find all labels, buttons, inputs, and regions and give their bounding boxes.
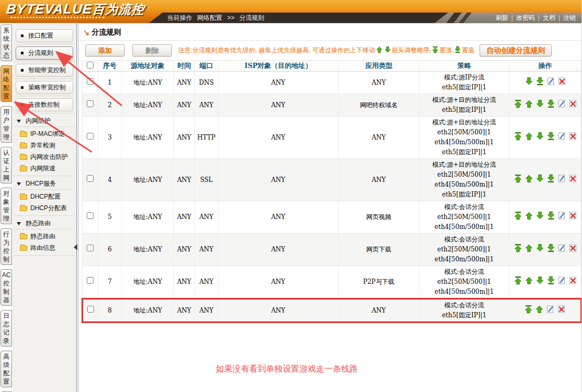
move-down-icon[interactable] (536, 211, 544, 223)
delete-icon[interactable] (568, 276, 577, 288)
move-to-top-icon[interactable] (514, 174, 522, 186)
header-link[interactable]: 刷新 (496, 14, 508, 21)
edit-icon[interactable] (557, 211, 566, 223)
menu-group-header[interactable]: 静态路由 (17, 219, 75, 228)
row-checkbox[interactable] (87, 277, 94, 284)
delete-button[interactable]: 删除 (132, 44, 172, 56)
delete-icon[interactable] (557, 77, 566, 89)
header-link[interactable]: 改密码 (516, 14, 535, 21)
sidebar-tab[interactable]: 对象管理 (1, 188, 12, 224)
move-to-top-icon[interactable] (514, 244, 522, 256)
brand-logo-cn: 百为流控 (91, 2, 145, 16)
sidebar-tab[interactable]: 日志记录 (1, 310, 12, 347)
edit-icon[interactable] (557, 132, 566, 144)
row-checkbox[interactable] (87, 306, 94, 313)
delete-icon[interactable] (568, 244, 577, 256)
edit-icon[interactable] (557, 174, 566, 186)
move-up-icon[interactable] (525, 211, 533, 223)
isp-object-cell: ANY (218, 201, 339, 234)
annotation-line-1: 如果没有看到单独设置游戏走一条线路 (216, 362, 429, 375)
row-checkbox[interactable] (87, 100, 94, 107)
menu-folder-item[interactable]: DHCP配置 (20, 192, 75, 201)
row-checkbox[interactable] (87, 78, 94, 85)
header-link[interactable]: 注销 (563, 14, 576, 21)
menu-folder-item[interactable]: DHCP分配表 (20, 204, 75, 213)
move-up-icon[interactable] (525, 244, 533, 256)
move-up-icon[interactable] (525, 99, 533, 111)
sidebar-tab[interactable]: 用户管理 (1, 106, 12, 143)
add-button[interactable]: 添加 (85, 44, 125, 56)
menu-folder-item[interactable]: 异常检测 (20, 141, 75, 150)
header-link[interactable]: 文档 (543, 14, 555, 21)
move-to-top-icon[interactable] (514, 276, 522, 288)
move-down-icon[interactable] (536, 276, 544, 288)
delete-icon[interactable] (568, 132, 577, 144)
auto-create-rules-button[interactable]: 自动创建分流规则 (480, 44, 552, 56)
move-up-icon[interactable] (525, 276, 533, 288)
menu-folder-item[interactable]: 内网限速 (20, 164, 75, 173)
move-down-icon[interactable] (536, 174, 544, 186)
move-to-bottom-icon[interactable] (546, 276, 555, 288)
move-to-top-icon[interactable] (524, 305, 533, 317)
move-to-top-icon[interactable] (514, 132, 522, 144)
move-down-icon[interactable] (536, 99, 544, 111)
edit-icon[interactable] (546, 305, 555, 317)
row-select-cell (83, 117, 98, 159)
sidebar-tab[interactable]: 系统状态 (1, 25, 12, 61)
move-to-bottom-icon[interactable] (536, 77, 544, 89)
row-checkbox[interactable] (87, 245, 94, 251)
delete-icon[interactable] (568, 174, 577, 186)
move-to-bottom-icon[interactable] (546, 244, 555, 256)
folder-icon (20, 132, 27, 137)
column-header: 操作 (509, 61, 581, 72)
select-all-cell (83, 61, 98, 72)
header-stripe-decoration (459, 13, 472, 23)
move-to-bottom-icon[interactable] (546, 132, 555, 144)
move-up-icon[interactable] (525, 174, 533, 186)
triangle-down-icon (17, 182, 21, 186)
menu-divider (14, 229, 75, 229)
move-to-bottom-icon[interactable] (546, 211, 555, 223)
policy-line: eth4[50m/500m]|1 (420, 180, 509, 190)
row-checkbox[interactable] (87, 133, 94, 140)
move-to-top-icon[interactable] (514, 211, 522, 223)
move-to-top-icon[interactable] (514, 99, 522, 111)
row-checkbox[interactable] (87, 175, 94, 182)
menu-folder-item[interactable]: 路由信息 (20, 244, 75, 252)
edit-icon[interactable] (557, 276, 566, 288)
menu-folder-item[interactable]: 静态路由 (20, 232, 75, 241)
select-all-checkbox[interactable] (87, 62, 94, 68)
menu-item-selected[interactable]: 分流规则 (16, 47, 73, 60)
policy-line: eth2[50M/500]|1 (420, 128, 509, 137)
move-down-icon[interactable] (536, 244, 544, 256)
menu-folder-item[interactable]: IP-MAC绑定 (20, 130, 75, 139)
delete-icon[interactable] (568, 99, 577, 111)
move-up-icon[interactable] (535, 305, 544, 317)
edit-icon[interactable] (557, 244, 566, 256)
sidebar-tab[interactable]: 认证上网 (1, 147, 12, 183)
triangle-down-icon (17, 120, 21, 123)
move-to-bottom-icon[interactable] (546, 174, 555, 186)
edit-icon[interactable] (546, 77, 555, 89)
move-up-icon[interactable] (525, 132, 533, 144)
move-to-bottom-icon[interactable] (546, 99, 555, 111)
delete-icon[interactable] (568, 211, 577, 223)
sidebar-tab[interactable]: AC控制器 (1, 269, 12, 306)
menu-item-link[interactable]: 策略带宽控制 (16, 81, 73, 94)
time-cell: ANY (174, 201, 195, 234)
menu-group-header[interactable]: DHCP服务 (17, 179, 75, 188)
menu-item-link[interactable]: 智能带宽控制 (16, 64, 73, 77)
delete-icon[interactable] (557, 305, 566, 317)
menu-group-header[interactable]: 内网防护 (17, 117, 75, 125)
sidebar-collapse-arrow-icon[interactable] (74, 244, 77, 250)
menu-item-link[interactable]: 接口配置 (16, 29, 73, 42)
move-down-icon[interactable] (525, 77, 533, 89)
edit-icon[interactable] (557, 99, 566, 111)
sidebar-tab[interactable]: 高级配置 (1, 351, 12, 387)
row-checkbox[interactable] (87, 212, 94, 219)
move-down-icon[interactable] (536, 132, 544, 144)
menu-item-link[interactable]: 连接数控制 (16, 98, 73, 111)
menu-folder-item[interactable]: 内网攻击防护 (20, 153, 75, 162)
sidebar-tab[interactable]: 行为控制 (1, 228, 12, 265)
sidebar-tab[interactable]: 网络配置 (1, 65, 12, 102)
